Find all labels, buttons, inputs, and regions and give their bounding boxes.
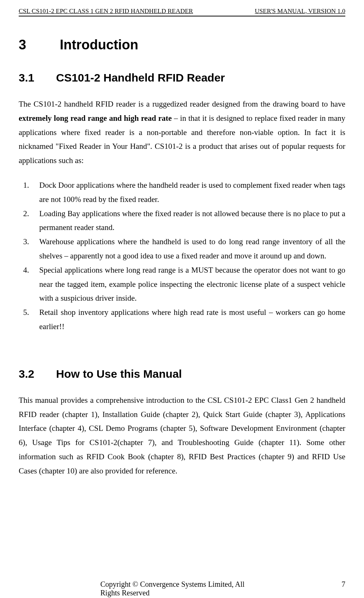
para-pre: The CS101-2 handheld RFID reader is a ru…	[19, 99, 345, 108]
section-number: 3.1	[19, 71, 56, 84]
list-item: Special applications where long read ran…	[19, 263, 345, 306]
section-title: How to Use this Manual	[56, 368, 182, 380]
chapter-title: Introduction	[60, 37, 138, 52]
header-right-text: USER'S MANUAL, VERSION 1.0	[255, 7, 345, 15]
list-item: Warehouse applications where the handhel…	[19, 235, 345, 263]
list-item: Dock Door applications where the handhel…	[19, 178, 345, 207]
section-number: 3.2	[19, 368, 56, 380]
list-item: Loading Bay applications where the fixed…	[19, 207, 345, 235]
para-bold: extremely long read range and high read …	[19, 114, 172, 123]
section-heading-3-2: 3.2How to Use this Manual	[19, 368, 345, 380]
applications-list: Dock Door applications where the handhel…	[19, 178, 345, 334]
chapter-number: 3	[19, 37, 60, 53]
chapter-heading: 3Introduction	[19, 37, 345, 53]
copyright-text: Copyright © Convergence Systems Limited,…	[101, 580, 264, 597]
header-left-text: CSL CS101-2 EPC CLASS 1 GEN 2 RFID HANDH…	[19, 7, 193, 15]
manual-description-paragraph: This manual provides a comprehensive int…	[19, 393, 345, 478]
page-footer: Copyright © Convergence Systems Limited,…	[19, 580, 345, 589]
section-heading-3-1: 3.1CS101-2 Handheld RFID Reader	[19, 71, 345, 84]
intro-paragraph: The CS101-2 handheld RFID reader is a ru…	[19, 97, 345, 168]
list-item: Retail shop inventory applications where…	[19, 306, 345, 334]
page-header: CSL CS101-2 EPC CLASS 1 GEN 2 RFID HANDH…	[19, 7, 345, 16]
page-number: 7	[342, 580, 345, 589]
section-title: CS101-2 Handheld RFID Reader	[56, 71, 225, 84]
